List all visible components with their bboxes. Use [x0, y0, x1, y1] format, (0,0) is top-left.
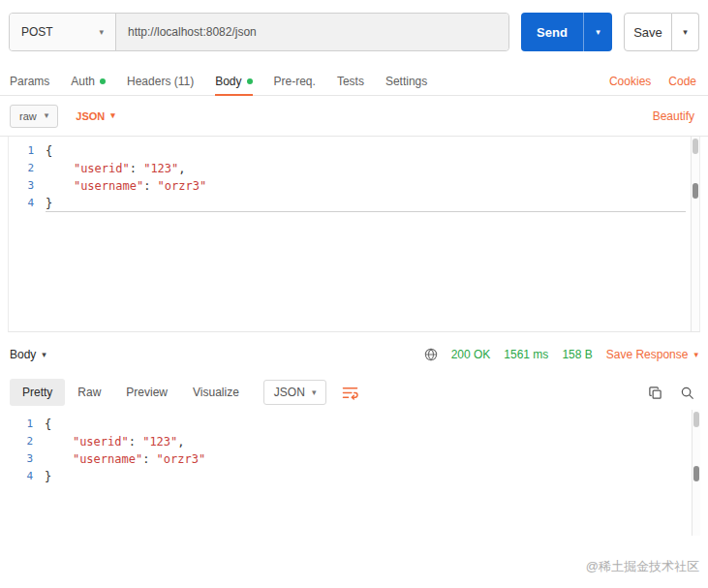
response-tab-pretty[interactable]: Pretty	[10, 379, 65, 406]
tab-tests[interactable]: Tests	[337, 67, 364, 95]
beautify-link[interactable]: Beautify	[653, 109, 694, 123]
response-tab-raw[interactable]: Raw	[65, 379, 113, 406]
code-link[interactable]: Code	[668, 75, 696, 88]
body-type-toolbar: raw ▾ JSON ▾ Beautify	[0, 96, 708, 137]
code-text: {	[46, 142, 686, 160]
save-split-button: Save ▾	[624, 13, 699, 51]
tab-label: Settings	[385, 75, 427, 88]
line-number: 3	[8, 450, 45, 468]
code-line: 1 {	[9, 142, 699, 160]
line-number: 2	[8, 433, 45, 450]
response-size: 158 B	[562, 348, 592, 361]
postman-app: POST ▾ Send ▾ Save ▾ Params Auth Head	[0, 0, 708, 536]
code-line: 2 "userid": "123",	[8, 433, 700, 450]
code-text: }	[45, 468, 687, 485]
method-select[interactable]: POST ▾	[10, 14, 116, 50]
code-line: 4 }	[8, 468, 700, 485]
response-format-label: JSON	[274, 386, 305, 399]
line-number: 4	[8, 468, 45, 485]
request-body-editor[interactable]: 1 { 2 "userid": "123", 3 "username": "or…	[8, 137, 700, 332]
line-number: 1	[9, 142, 46, 160]
response-meta: 200 OK 1561 ms 158 B Save Response ▾	[424, 348, 698, 361]
watermark: @稀土掘金技术社区	[586, 558, 699, 575]
editor-scrollbar[interactable]	[692, 410, 700, 536]
send-button[interactable]: Send	[521, 13, 583, 51]
method-label: POST	[21, 25, 53, 39]
chevron-down-icon: ▾	[45, 111, 49, 120]
search-icon[interactable]	[680, 386, 694, 400]
tab-label: Headers (11)	[127, 75, 194, 88]
body-type-select[interactable]: raw ▾	[10, 105, 58, 128]
code-text: }	[46, 195, 686, 212]
code-text: "userid": "123",	[45, 433, 687, 450]
response-header: Body ▾ 200 OK 1561 ms 158 B Save Respons…	[0, 338, 708, 371]
chevron-down-icon: ▾	[683, 28, 688, 37]
line-number: 2	[9, 160, 46, 177]
tab-label: Params	[10, 75, 49, 88]
response-format-select[interactable]: JSON ▾	[263, 380, 327, 405]
green-dot-indicator	[100, 78, 106, 84]
scrollbar-thumb[interactable]	[693, 412, 699, 427]
save-button[interactable]: Save	[624, 13, 672, 51]
chevron-down-icon: ▾	[42, 351, 46, 359]
code-line: 3 "username": "orzr3"	[9, 177, 699, 195]
body-format-label: JSON	[76, 110, 105, 122]
wrap-text-icon[interactable]	[342, 386, 358, 400]
url-input[interactable]	[116, 14, 508, 50]
tab-label: Tests	[337, 75, 364, 88]
code-text: "username": "orzr3"	[46, 177, 686, 195]
tab-label: Auth	[71, 75, 95, 88]
tab-auth[interactable]: Auth	[71, 67, 106, 95]
code-text: {	[45, 416, 687, 433]
save-response-label: Save Response	[606, 348, 689, 361]
scrollbar-marker[interactable]	[693, 183, 698, 199]
tab-headers[interactable]: Headers (11)	[127, 67, 194, 95]
send-split-button: Send ▾	[521, 13, 612, 51]
cookies-link[interactable]: Cookies	[609, 75, 651, 88]
copy-icon[interactable]	[648, 386, 662, 400]
code-text: "username": "orzr3"	[45, 450, 687, 468]
tabs-right-links: Cookies Code	[609, 75, 696, 88]
scrollbar-marker[interactable]	[693, 466, 699, 481]
response-time: 1561 ms	[504, 348, 548, 361]
request-url-bar: POST ▾ Send ▾ Save ▾	[0, 0, 708, 51]
code-text: "userid": "123",	[46, 160, 686, 177]
chevron-down-icon: ▾	[693, 351, 698, 359]
network-globe-icon[interactable]	[424, 348, 438, 361]
tab-params[interactable]: Params	[10, 67, 49, 95]
request-tabs: Params Auth Headers (11) Body Pre-req. T…	[0, 67, 708, 96]
tab-settings[interactable]: Settings	[385, 67, 427, 95]
line-number: 4	[9, 195, 46, 212]
response-body-viewer[interactable]: 1 { 2 "userid": "123", 3 "username": "or…	[8, 410, 700, 536]
line-number: 3	[9, 177, 46, 195]
response-tools	[648, 386, 694, 400]
response-tabs: Pretty Raw Preview Visualize JSON ▾	[0, 375, 708, 410]
code-line: 2 "userid": "123",	[9, 160, 699, 177]
code-line: 3 "username": "orzr3"	[8, 450, 700, 468]
code-line: 1 {	[8, 416, 700, 433]
scrollbar-thumb[interactable]	[693, 139, 698, 154]
save-response-button[interactable]: Save Response ▾	[606, 348, 698, 361]
response-body-select[interactable]: Body ▾	[10, 348, 46, 361]
tab-body[interactable]: Body	[215, 67, 252, 95]
chevron-down-icon: ▾	[110, 111, 115, 120]
editor-scrollbar[interactable]	[691, 137, 699, 331]
body-type-label: raw	[19, 110, 37, 122]
chevron-down-icon: ▾	[312, 388, 317, 397]
tab-label: Pre-req.	[274, 75, 316, 88]
status-badge: 200 OK	[451, 348, 491, 361]
send-options-button[interactable]: ▾	[583, 13, 612, 51]
body-format-select[interactable]: JSON ▾	[76, 110, 115, 122]
tab-label: Body	[215, 75, 241, 88]
response-tab-preview[interactable]: Preview	[113, 379, 180, 406]
line-number: 1	[8, 416, 45, 433]
response-tab-visualize[interactable]: Visualize	[180, 379, 252, 406]
green-dot-indicator	[247, 78, 253, 84]
chevron-down-icon: ▾	[99, 28, 104, 37]
save-options-button[interactable]: ▾	[672, 13, 699, 51]
url-group: POST ▾	[9, 13, 509, 51]
tab-pre-request[interactable]: Pre-req.	[274, 67, 316, 95]
code-line: 4 }	[9, 195, 699, 212]
chevron-down-icon: ▾	[596, 28, 600, 37]
response-body-label: Body	[10, 348, 36, 361]
